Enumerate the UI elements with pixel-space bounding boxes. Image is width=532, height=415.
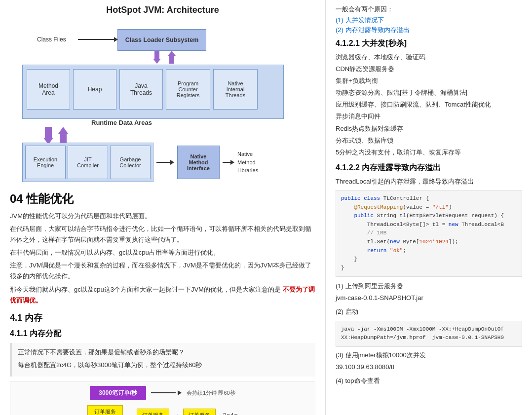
para-5-text: 那今天我们就从内存、gc以及cpu这3个方面和大家一起探讨一下JVM的优化，但是… bbox=[10, 286, 281, 293]
section-41-heading: 4.1 内存 bbox=[10, 312, 315, 324]
item-421-2: 集群+负载均衡 bbox=[336, 75, 522, 86]
class-loader-box: Class Loader Subsystem bbox=[117, 29, 206, 51]
blockquote-1-text: 正常情况下不需要设置，那如果是促销或者秒杀的场景呢？ bbox=[18, 347, 309, 358]
flow-box-3: 订单服务 bbox=[183, 409, 216, 415]
top-note: 一般会有两个原因： (1) 大并发情况下 (2) 内存泄露导致内存溢出 bbox=[336, 5, 522, 35]
step1-label: (1) 上传到阿里云服务器 bbox=[336, 281, 522, 292]
exec-engine: Execution Engine bbox=[25, 146, 66, 179]
link-2[interactable]: (2) 内存泄露导致内存溢出 bbox=[336, 26, 522, 35]
flow-top-row: 3000笔订单/秒 会持续1分钟 即60秒 bbox=[90, 386, 235, 400]
runtime-cell-method: Method Area bbox=[27, 69, 70, 110]
flow-top-box: 3000笔订单/秒 bbox=[90, 386, 146, 400]
jar-name: jvm-case-0.0.1-SNAPSHOT.jar bbox=[336, 293, 522, 303]
flow-second-row: 订单服务 1000笔/秒 → 订单服务 → 订单服务 2c4g bbox=[87, 405, 237, 415]
flow-box-2: 订单服务 bbox=[137, 409, 169, 415]
flow-top-arrow-label: 会持续1分钟 即60秒 bbox=[187, 389, 235, 397]
flow-label-2c4g: 2c4g bbox=[223, 412, 237, 415]
runtime-label: Runtime Data Areas bbox=[91, 119, 152, 126]
bottom-section: Execution Engine JIT Compiler Garbage Co… bbox=[22, 143, 258, 182]
item-421-0: 浏览器缓存、本地缓存、验证码 bbox=[336, 52, 522, 63]
flow-box-1: 订单服务 1000笔/秒 bbox=[87, 405, 123, 415]
para-3: 在非代码层面，一般情况可以从内存、gc以及cpu占用率等方面进行优化。 bbox=[10, 247, 315, 258]
exec-to-native-arrow bbox=[156, 160, 174, 165]
native-method-interface: Native Method Interface bbox=[177, 146, 220, 179]
item-421-5: 异步消息中间件 bbox=[336, 111, 522, 122]
runtime-cell-heap: Heap bbox=[73, 69, 116, 110]
section-421-heading: 4.1.2.1 大并发[秒杀] bbox=[336, 38, 522, 49]
step4-label: (4) top命令查看 bbox=[336, 376, 522, 386]
para-5: 那今天我们就从内存、gc以及cpu这3个方面和大家一起探讨一下JVM的优化，但是… bbox=[10, 284, 315, 306]
flow-arrow-1: → bbox=[126, 411, 134, 415]
jvm-title: HotSpot JVM: Architecture bbox=[10, 5, 315, 15]
item-421-7: 分布式锁、数据库锁 bbox=[336, 135, 522, 146]
link-2-text: (2) 内存泄露导致内存溢出 bbox=[336, 26, 410, 34]
item-421-3: 动静态资源分离、限流[基于令牌桶、漏桶算法] bbox=[336, 87, 522, 98]
java-cmd-text: java -jar -Xms1000M -Xmx1000M -XX:+HeapD… bbox=[341, 326, 504, 341]
jit-compiler: JIT Compiler bbox=[68, 146, 108, 179]
item-421-6: Redis热点数据对象缓存 bbox=[336, 123, 522, 134]
section-422-heading: 4.1.2.2 内存泄露导致内存溢出 bbox=[336, 163, 522, 173]
url-text: 39.100.39.63:8080/tl bbox=[336, 362, 522, 373]
big-arrows bbox=[43, 127, 68, 145]
code-block: public class TLController { @RequestMapp… bbox=[336, 190, 522, 277]
runtime-cell-java-threads: Java Threads bbox=[119, 69, 163, 110]
loader-arrows bbox=[153, 51, 176, 64]
java-cmd-block: java -jar -Xms1000M -Xmx1000M -XX:+HeapD… bbox=[336, 321, 522, 347]
section-04-heading: 04 性能优化 bbox=[10, 191, 315, 207]
item-421-4: 应用级别缓存、接口防刷限流、队列、Tomcat性能优化 bbox=[336, 99, 522, 110]
flow-top-arrow bbox=[151, 390, 182, 395]
link-1-text: (1) 大并发情况下 bbox=[336, 16, 384, 24]
garbage-collector: Garbage Collector bbox=[110, 146, 151, 179]
runtime-cells: Method Area Heap Java Threads Program Co… bbox=[23, 65, 283, 113]
top-intro: 一般会有两个原因： bbox=[336, 5, 522, 14]
class-files-label: Class Files bbox=[37, 36, 66, 43]
blockquote-1: 正常情况下不需要设置，那如果是促销或者秒杀的场景呢？ 每台机器配置2c4G，以每… bbox=[10, 343, 315, 377]
big-arrow-up bbox=[58, 127, 68, 145]
para-2: 在代码层面，大家可以结合字节码指令进行优化，比如一个循环语句，可以将循环所不相关… bbox=[10, 224, 315, 245]
flow-diagram: 3000笔订单/秒 会持续1分钟 即60秒 订单服务 1000笔/秒 → 订单服… bbox=[10, 381, 315, 415]
right-panel: 一般会有两个原因： (1) 大并发情况下 (2) 内存泄露导致内存溢出 4.1.… bbox=[326, 0, 532, 415]
runtime-cell-native: Native Internal Threads bbox=[213, 69, 258, 110]
arrow-down-1 bbox=[153, 51, 161, 64]
step3-label: (3) 使用jmeter模拟10000次并发 bbox=[336, 350, 522, 361]
class-files-arrow bbox=[78, 39, 117, 40]
runtime-cell-pcr: Program Counter Registers bbox=[166, 69, 210, 110]
runtime-outer: Method Area Heap Java Threads Program Co… bbox=[22, 65, 284, 119]
note-422: ThreadLocal引起的内存泄露，最终导致内存溢出 bbox=[336, 176, 522, 187]
para-4: 注意，JVM调优是一个漫长和复杂的过程，而在很多情况下，JVM是不需要优化的，因… bbox=[10, 260, 315, 282]
flow-arrow-2: → bbox=[172, 411, 180, 415]
para-1: JVM的性能优化可以分为代码层面和非代码层面。 bbox=[10, 211, 315, 222]
big-arrow-down bbox=[43, 127, 53, 145]
native-method-libraries: Native Method Libraries bbox=[237, 150, 258, 175]
step2-label: (2) 启动 bbox=[336, 306, 522, 317]
arrow-up-1 bbox=[168, 51, 176, 64]
item-421-8: 5分钟之内没有支付，取消订单、恢复库存等 bbox=[336, 147, 522, 158]
section-411-heading: 4.1.1 内存分配 bbox=[10, 329, 315, 339]
native-to-lib-arrow bbox=[223, 160, 234, 165]
blockquote-2-text: 每台机器配置2c4G，以每秒3000笔订单为例，整个过程持续60秒 bbox=[18, 360, 309, 371]
exec-group: Execution Engine JIT Compiler Garbage Co… bbox=[22, 143, 153, 182]
jvm-diagram: Class Files Class Loader Subsystem Metho… bbox=[10, 20, 315, 183]
left-panel: HotSpot JVM: Architecture Class Files Cl… bbox=[0, 0, 326, 415]
items-421: 浏览器缓存、本地缓存、验证码 CDN静态资源服务器 集群+负载均衡 动静态资源分… bbox=[336, 52, 522, 158]
item-421-1: CDN静态资源服务器 bbox=[336, 64, 522, 75]
link-1[interactable]: (1) 大并发情况下 bbox=[336, 16, 522, 25]
